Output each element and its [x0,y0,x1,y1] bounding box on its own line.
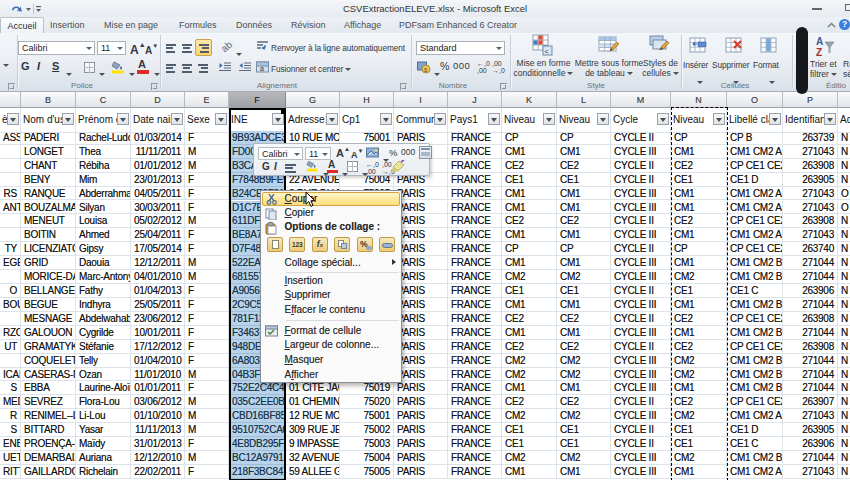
svg-text:<: < [545,48,549,55]
svg-text:a: a [260,65,264,72]
svg-text:A: A [816,36,823,47]
svg-text:Z: Z [816,47,822,58]
